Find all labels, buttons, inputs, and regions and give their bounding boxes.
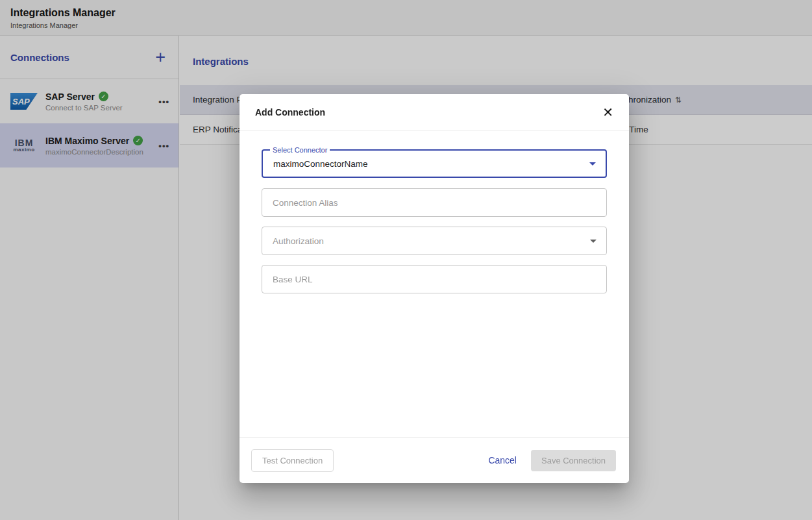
connection-alias-input[interactable] bbox=[262, 188, 607, 217]
save-connection-button[interactable]: Save Connection bbox=[531, 450, 616, 471]
dialog-title: Add Connection bbox=[255, 107, 325, 118]
select-connector-label: Select Connector bbox=[270, 146, 330, 155]
close-icon[interactable]: ✕ bbox=[600, 103, 616, 121]
cancel-button[interactable]: Cancel bbox=[480, 450, 524, 471]
select-connector-field[interactable]: Select Connector maximoConnectorName bbox=[262, 149, 607, 178]
base-url-input[interactable] bbox=[262, 265, 607, 293]
test-connection-button[interactable]: Test Connection bbox=[251, 449, 334, 472]
authorization-placeholder: Authorization bbox=[273, 236, 324, 246]
authorization-select[interactable]: Authorization bbox=[262, 227, 607, 255]
dialog-header: Add Connection ✕ bbox=[240, 94, 629, 130]
dialog-footer: Test Connection Cancel Save Connection bbox=[240, 437, 629, 483]
chevron-down-icon bbox=[590, 240, 597, 243]
select-connector-value: maximoConnectorName bbox=[273, 159, 368, 169]
dialog-body: Select Connector maximoConnectorName Aut… bbox=[240, 130, 629, 437]
add-connection-dialog: Add Connection ✕ Select Connector maximo… bbox=[240, 94, 629, 483]
chevron-down-icon bbox=[589, 162, 596, 166]
